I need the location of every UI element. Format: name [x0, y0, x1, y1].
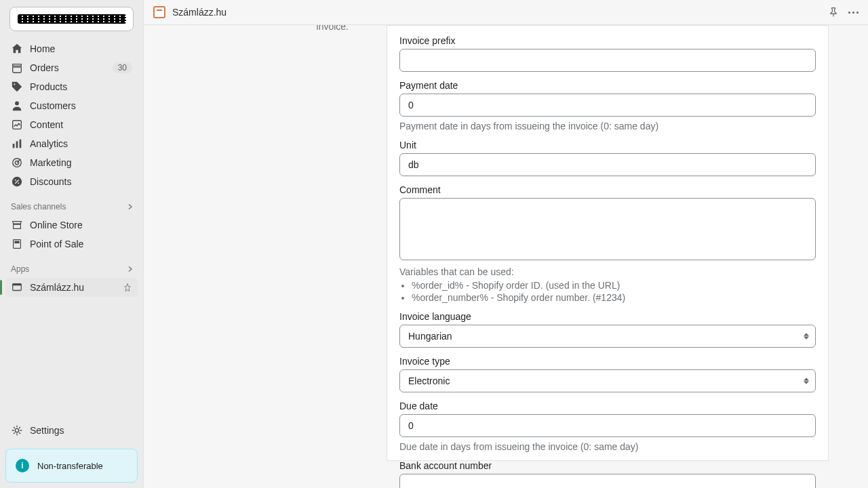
orders-icon [11, 62, 23, 74]
nav-label: Content [30, 119, 132, 130]
app-logo-icon [153, 6, 165, 18]
nav-label: Home [30, 43, 132, 54]
label: Due date [399, 401, 816, 411]
banner-text: Non-transferable [37, 461, 103, 471]
apps-nav: Számlázz.hu [0, 277, 143, 298]
topbar: Számlázz.hu [144, 0, 868, 25]
field-bank-account: Bank account number [399, 460, 816, 488]
store-icon [11, 219, 23, 231]
svg-rect-12 [14, 241, 19, 244]
nav-marketing[interactable]: Marketing [5, 153, 138, 172]
var-item: %order_number% - Shopify order number. (… [412, 292, 816, 303]
label: Invoice language [399, 311, 816, 322]
vars-list: %order_id% - Shopify order ID. (used in … [399, 280, 816, 303]
pin-icon[interactable] [123, 283, 132, 292]
svg-point-10 [18, 182, 19, 184]
svg-rect-4 [16, 141, 18, 148]
pin-icon[interactable] [828, 7, 839, 18]
store-name-redacted [18, 14, 126, 24]
svg-point-15 [15, 428, 18, 432]
non-transferable-banner: i Non-transferable [5, 449, 138, 483]
nav-app-szamlazz[interactable]: Számlázz.hu [5, 278, 138, 297]
nav-settings[interactable]: Settings [5, 420, 138, 441]
field-invoice-type: Invoice type Electronic [399, 356, 816, 392]
svg-point-0 [14, 83, 15, 85]
label: Bank account number [399, 460, 816, 471]
orders-badge: 30 [113, 62, 132, 73]
field-payment-date: Payment date Payment date in days from i… [399, 80, 816, 131]
payment-date-input[interactable] [399, 94, 816, 117]
label: Invoice prefix [399, 35, 816, 46]
nav-label: Orders [30, 62, 113, 73]
section-label: Apps [11, 264, 29, 274]
sales-nav: Online Store Point of Sale [0, 214, 143, 255]
info-icon: i [16, 459, 29, 472]
home-icon [11, 43, 23, 55]
bank-account-input[interactable] [399, 474, 816, 488]
chevron-right-icon [125, 202, 135, 211]
primary-nav: Home Orders 30 Products Customers [0, 38, 143, 192]
nav-label: Analytics [30, 138, 132, 149]
sidebar: Home Orders 30 Products Customers [0, 0, 144, 488]
nav-label: Products [30, 81, 132, 92]
content-icon [11, 119, 23, 131]
nav-customers[interactable]: Customers [5, 96, 138, 115]
svg-rect-3 [13, 144, 15, 148]
field-invoice-prefix: Invoice prefix [399, 35, 816, 72]
pos-icon [11, 238, 23, 250]
due-date-input[interactable] [399, 414, 816, 437]
store-selector[interactable] [9, 7, 134, 31]
apps-header[interactable]: Apps [0, 255, 143, 277]
help-text: Due date in days from issueing the invoi… [399, 441, 816, 452]
label: Comment [399, 184, 816, 195]
products-icon [11, 81, 23, 93]
nav-label: Online Store [30, 220, 132, 230]
nav-home[interactable]: Home [5, 39, 138, 58]
nav-label: Point of Sale [30, 239, 132, 249]
nav-products[interactable]: Products [5, 77, 138, 96]
label: Unit [399, 140, 816, 150]
marketing-icon [11, 157, 23, 169]
nav-orders[interactable]: Orders 30 [5, 58, 138, 77]
section-description-fragment: invoice. [183, 25, 373, 32]
nav-analytics[interactable]: Analytics [5, 134, 138, 153]
svg-rect-14 [13, 284, 22, 286]
vars-intro: Variables that can be used: [399, 266, 816, 277]
invoice-type-select[interactable]: Electronic [399, 369, 816, 392]
field-invoice-language: Invoice language Hungarian [399, 311, 816, 348]
nav-label: Discounts [30, 176, 132, 187]
chevron-right-icon [125, 264, 135, 274]
nav-online-store[interactable]: Online Store [5, 216, 138, 235]
svg-point-1 [15, 102, 19, 106]
invoice-language-select[interactable]: Hungarian [399, 325, 816, 348]
discounts-icon [11, 176, 23, 188]
field-due-date: Due date Due date in days from issueing … [399, 401, 816, 452]
comment-textarea[interactable] [399, 198, 816, 260]
svg-point-9 [15, 180, 16, 181]
nav-label: Számlázz.hu [30, 282, 123, 293]
var-item: %order_id% - Shopify order ID. (used in … [412, 280, 816, 291]
invoice-prefix-input[interactable] [399, 49, 816, 72]
field-unit: Unit [399, 140, 816, 176]
nav-content[interactable]: Content [5, 115, 138, 134]
more-icon[interactable] [848, 12, 859, 14]
label: Payment date [399, 80, 816, 91]
help-text: Payment date in days from issueing the i… [399, 121, 816, 131]
nav-label: Marketing [30, 157, 132, 168]
nav-label: Customers [30, 100, 132, 111]
analytics-icon [11, 138, 23, 150]
nav-discounts[interactable]: Discounts [5, 172, 138, 191]
settings-card: Invoice prefix Payment date Payment date… [387, 25, 829, 461]
nav-point-of-sale[interactable]: Point of Sale [5, 235, 138, 253]
label: Invoice type [399, 356, 816, 367]
unit-input[interactable] [399, 153, 816, 176]
page-title: Számlázz.hu [172, 7, 226, 18]
customers-icon [11, 100, 23, 112]
nav-label: Settings [30, 425, 64, 436]
section-label: Sales channels [11, 202, 66, 211]
app-icon [11, 281, 23, 293]
gear-icon [11, 424, 23, 436]
svg-rect-5 [20, 140, 22, 148]
sales-channels-header[interactable]: Sales channels [0, 192, 143, 214]
field-comment: Comment Variables that can be used: %ord… [399, 184, 816, 303]
